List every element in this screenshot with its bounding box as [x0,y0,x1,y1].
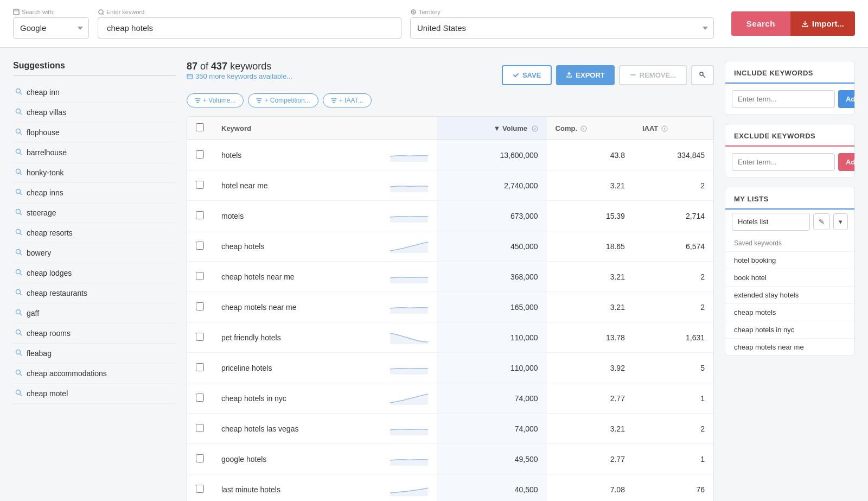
keyword-cell: motels [213,201,381,231]
list-edit-button[interactable]: ✎ [813,213,830,230]
iaat-cell: 2 [634,414,713,444]
suggestion-item[interactable]: cheap lodges [13,263,176,283]
volume-cell: 74,000 [437,383,547,414]
suggestion-item[interactable]: cheap inns [13,183,176,203]
suggestion-item[interactable]: fleabag [13,344,176,364]
search-icon [15,168,22,177]
suggestion-item[interactable]: cheap motel [13,384,176,404]
suggestion-item[interactable]: cheap restaurants [13,283,176,303]
row-checkbox[interactable] [196,394,204,402]
remove-button[interactable]: REMOVE... [619,65,687,85]
comp-cell: 15.39 [547,201,634,231]
search-engine-select[interactable]: Google [13,17,89,39]
suggestion-item[interactable]: cheap inn [13,83,176,103]
chart-cell [381,292,437,322]
row-checkbox[interactable] [196,150,204,158]
svg-line-19 [20,213,22,215]
row-checkbox[interactable] [196,333,204,341]
volume-cell: 74,000 [437,414,547,444]
row-checkbox[interactable] [196,211,204,219]
suggestion-item[interactable]: cheap resorts [13,223,176,243]
suggestion-label: cheap motel [27,389,68,398]
include-title: INCLUDE KEYWORDS [725,61,854,84]
filter-chip[interactable]: + Competition... [248,93,318,107]
table-row: cheap hotels in nyc 74,000 2.77 1 [187,383,713,414]
keyword-cell: hotel near me [213,170,381,201]
volume-cell: 165,000 [437,292,547,322]
keyword-input[interactable] [98,17,401,39]
row-checkbox[interactable] [196,485,204,493]
exclude-title: EXCLUDE KEYWORDS [725,124,854,147]
key-button[interactable] [691,65,714,85]
comp-cell: 2.77 [547,444,634,474]
keyword-col-header: Keyword [213,117,381,140]
suggestion-item[interactable]: cheap villas [13,103,176,123]
suggestion-label: honky-tonk [27,168,63,177]
suggestion-label: barrelhouse [27,148,67,157]
search-icon [15,349,22,358]
keyword-cell: google hotels [213,444,381,474]
import-button[interactable]: Import... [790,11,855,36]
table-row: last minute hotels 40,500 7.08 76 [187,474,713,502]
suggestion-item[interactable]: cheap accommodations [13,364,176,384]
include-input[interactable] [732,90,835,108]
suggestion-item[interactable]: steerage [13,203,176,223]
list-dropdown-button[interactable]: ▾ [833,213,848,230]
select-all-col [187,117,213,140]
search-icon [15,188,22,197]
select-all-checkbox[interactable] [196,123,204,131]
saved-keyword-item[interactable]: hotel booking [725,251,854,269]
suggestion-item[interactable]: honky-tonk [13,163,176,183]
keyword-cell: priceline hotels [213,353,381,383]
search-button[interactable]: Search [731,11,790,36]
svg-line-3 [103,14,104,15]
exclude-add-button[interactable]: Add [838,153,855,171]
include-add-button[interactable]: Add [838,90,855,108]
comp-cell: 3.21 [547,414,634,444]
suggestion-item[interactable]: bowery [13,243,176,263]
comp-cell: 3.21 [547,170,634,201]
sidebar: Suggestions cheap inn cheap villas floph… [13,61,176,501]
row-checkbox-cell [187,231,213,262]
content-subtitle[interactable]: 350 more keywords available... [187,72,292,80]
saved-keyword-item[interactable]: cheap motels [725,303,854,321]
row-checkbox-cell [187,170,213,201]
svg-point-2 [99,10,103,14]
saved-keyword-item[interactable]: extended stay hotels [725,286,854,303]
svg-line-11 [20,133,22,135]
saved-keywords-label: Saved keywords [725,237,854,251]
saved-keyword-item[interactable]: book hotel [725,269,854,286]
chart-col-header [381,117,437,140]
svg-line-35 [20,374,22,376]
export-button[interactable]: EXPORT [556,65,614,85]
chart-cell [381,231,437,262]
row-checkbox[interactable] [196,454,204,462]
row-checkbox[interactable] [196,302,204,310]
list-select[interactable]: Hotels list [732,213,810,231]
row-checkbox[interactable] [196,181,204,189]
suggestion-item[interactable]: gaff [13,303,176,324]
save-button[interactable]: SAVE [502,65,552,85]
territory-select[interactable]: United States [410,17,714,39]
row-checkbox[interactable] [196,272,204,280]
row-checkbox[interactable] [196,363,204,371]
suggestion-label: cheap accommodations [27,369,107,378]
volume-col-header[interactable]: ▼ Volume i [437,117,547,140]
suggestion-item[interactable]: barrelhouse [13,143,176,163]
chart-cell [381,353,437,383]
filter-chip[interactable]: + IAAT... [323,93,372,107]
filter-chip[interactable]: + Volume... [187,93,244,107]
content-area: 87 of 437 keywords 350 more keywords ava… [187,61,714,501]
chart-cell [381,444,437,474]
row-checkbox[interactable] [196,424,204,432]
exclude-input[interactable] [732,153,835,171]
table-row: cheap hotels near me 368,000 3.21 2 [187,262,713,292]
saved-keyword-item[interactable]: cheap hotels in nyc [725,321,854,338]
filter-chip-label: + Competition... [264,97,310,104]
suggestion-item[interactable]: cheap rooms [13,324,176,344]
svg-line-29 [20,314,22,315]
row-checkbox[interactable] [196,242,204,250]
saved-keyword-item[interactable]: cheap motels near me [725,338,854,356]
table-row: motels 673,000 15.39 2,714 [187,201,713,231]
suggestion-item[interactable]: flophouse [13,123,176,143]
